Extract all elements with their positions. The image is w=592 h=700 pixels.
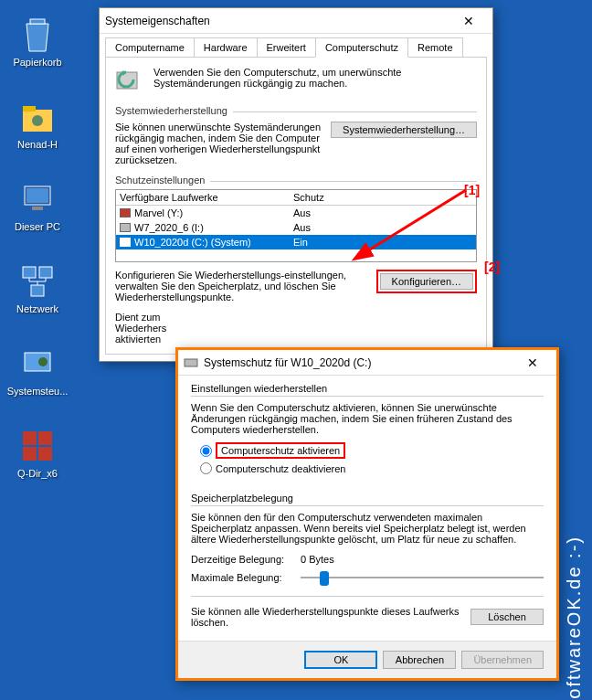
highlight-box: Konfigurieren… [376, 270, 477, 293]
tab-erweitert[interactable]: Erweitert [257, 37, 316, 58]
dialog-buttons: OK Abbrechen Übernehmen [178, 641, 556, 678]
radio-label: Computerschutz deaktivieren [216, 463, 345, 474]
restore-settings-section: Einstellungen wiederherstellen Wenn Sie … [178, 376, 556, 485]
svg-rect-8 [39, 267, 52, 278]
drive-list-header: Verfügbare Laufwerke Schutz [116, 190, 476, 206]
radio-deactivate[interactable] [200, 462, 212, 474]
svg-rect-15 [38, 447, 52, 461]
drive-icon [184, 355, 198, 370]
svg-rect-2 [23, 106, 36, 111]
svg-rect-18 [185, 359, 197, 366]
apply-button[interactable]: Übernehmen [461, 651, 544, 669]
group-restore: Systemwiederherstellung [115, 105, 477, 116]
drive-icon [120, 208, 131, 217]
system-protection-dialog: Systemschutz für W10_2020d (C:) ✕ Einste… [175, 347, 559, 681]
configure-button[interactable]: Konfigurieren… [380, 273, 473, 290]
svg-rect-14 [23, 447, 37, 461]
intro-text: Verwenden Sie den Computerschutz, um une… [153, 67, 477, 96]
delete-button[interactable]: Löschen [470, 609, 544, 625]
svg-point-3 [32, 115, 43, 126]
win1-title: Systemeigenschaften [105, 15, 450, 27]
svg-rect-13 [38, 431, 52, 445]
restore-intro: Wenn Sie den Computerschutz aktivieren, … [191, 402, 544, 435]
win1-titlebar[interactable]: Systemeigenschaften ✕ [100, 8, 492, 34]
tab-computerschutz[interactable]: Computerschutz [315, 37, 408, 58]
desktop-label: Q-Dir_x6 [5, 468, 69, 479]
highlight-box: Computerschutz aktivieren [216, 442, 345, 459]
desktop-label: Systemsteu... [5, 386, 69, 397]
qdir-icon [19, 428, 56, 464]
create-text-partial: Dient zum Wiederhers aktivierten [115, 312, 477, 345]
desktop-icon-network[interactable]: Netzwerk [5, 263, 69, 314]
svg-rect-9 [31, 285, 44, 296]
delete-text: Sie können alle Wiederherstellungspunkte… [191, 606, 461, 628]
tab-computername[interactable]: Computername [105, 37, 195, 58]
desktop-icon-qdir[interactable]: Q-Dir_x6 [5, 428, 69, 479]
desktop-label: Papierkorb [5, 57, 69, 68]
current-usage-value: 0 Bytes [301, 554, 334, 565]
network-icon [19, 263, 56, 300]
drive-row-selected[interactable]: W10_2020d (C:) (System) Ein [116, 235, 476, 249]
shield-restore-icon [115, 67, 144, 96]
current-usage-label: Derzeitige Belegung: [191, 554, 291, 565]
desktop-icon-control[interactable]: Systemsteu... [5, 345, 69, 397]
max-usage-label: Maximale Belegung: [191, 572, 291, 583]
ok-button[interactable]: OK [304, 651, 377, 669]
group-label: Einstellungen wiederherstellen [191, 383, 544, 394]
close-icon[interactable]: ✕ [450, 14, 487, 28]
win1-body: Verwenden Sie den Computerschutz, um une… [105, 57, 487, 355]
desktop-icon-user[interactable]: Nenad-H [5, 99, 69, 150]
space-intro: Sie können den für den Computerschutz ve… [191, 512, 544, 545]
system-restore-button[interactable]: Systemwiederherstellung… [331, 122, 477, 138]
close-icon[interactable]: ✕ [514, 355, 551, 370]
svg-rect-0 [30, 19, 45, 24]
drive-icon [120, 223, 131, 232]
group-label: Speicherplatzbelegung [191, 493, 544, 504]
tab-hardware[interactable]: Hardware [194, 37, 258, 58]
drive-list[interactable]: Verfügbare Laufwerke Schutz Marvel (Y:) … [115, 189, 477, 262]
drive-row[interactable]: W7_2020_6 (I:) Aus [116, 220, 476, 235]
radio-label: Computerschutz aktivieren [221, 445, 340, 456]
cancel-button[interactable]: Abbrechen [383, 651, 456, 669]
svg-rect-7 [23, 267, 36, 278]
radio-deactivate-row[interactable]: Computerschutz deaktivieren [200, 462, 544, 474]
max-usage-slider[interactable] [301, 568, 544, 587]
drive-row[interactable]: Marvel (Y:) Aus [116, 206, 476, 220]
desktop-label: Netzwerk [5, 303, 69, 314]
control-panel-icon [19, 345, 56, 382]
user-folder-icon [19, 99, 56, 135]
tab-remote[interactable]: Remote [407, 37, 463, 58]
win2-titlebar[interactable]: Systemschutz für W10_2020d (C:) ✕ [178, 350, 556, 376]
svg-rect-6 [32, 207, 43, 210]
win2-title: Systemschutz für W10_2020d (C:) [204, 356, 514, 369]
desktop-icon-thispc[interactable]: Dieser PC [5, 181, 69, 232]
restore-text: Sie können unerwünschte Systemänderungen… [115, 122, 322, 165]
desktop-label: Nenad-H [5, 139, 69, 150]
radio-activate-row[interactable]: Computerschutz aktivieren [200, 442, 544, 459]
radio-activate[interactable] [200, 445, 212, 457]
this-pc-icon [19, 181, 56, 217]
watermark-text: www.SoftwareOK.de :-) [564, 536, 585, 700]
svg-rect-12 [23, 431, 37, 445]
annotation-1: [1] [464, 183, 480, 197]
space-section: Speicherplatzbelegung Sie können den für… [178, 485, 556, 641]
svg-point-11 [38, 357, 48, 366]
annotation-2: [2] [484, 260, 500, 274]
config-text: Konfigurieren Sie Wiederherstellungs-ein… [115, 270, 367, 302]
win1-tabs: Computername Hardware Erweitert Computer… [100, 34, 492, 58]
svg-rect-5 [26, 188, 48, 203]
desktop-icon-recycle[interactable]: Papierkorb [5, 16, 69, 68]
desktop-label: Dieser PC [5, 221, 69, 232]
drive-icon [120, 238, 131, 247]
system-properties-window: Systemeigenschaften ✕ Computername Hardw… [99, 7, 493, 362]
recycle-bin-icon [19, 16, 56, 53]
group-protect: Schutzeinstellungen [115, 175, 477, 186]
